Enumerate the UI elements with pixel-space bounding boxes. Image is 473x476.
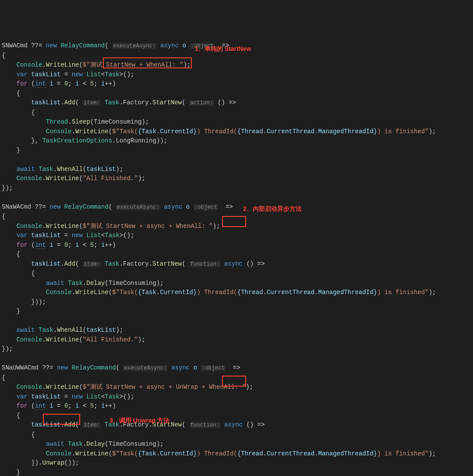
highlight-box-1 xyxy=(103,57,192,68)
annotation-1: 1、单纯的 StartNew xyxy=(195,44,251,54)
identifier: SNaUWWACmd xyxy=(2,364,39,371)
highlight-box-4 xyxy=(43,414,80,425)
identifier: SNWACmd xyxy=(2,42,28,49)
highlight-box-2 xyxy=(222,216,246,227)
annotation-3: 3、调用 Unwrap 方法 xyxy=(109,416,169,426)
code-editor: SNWACmd ??= new RelayCommand( executeAsy… xyxy=(2,41,471,476)
identifier: SNaWACmd xyxy=(2,203,31,210)
highlight-box-3 xyxy=(222,376,246,387)
annotation-2: 2、内部启动异步方法 xyxy=(243,204,302,214)
